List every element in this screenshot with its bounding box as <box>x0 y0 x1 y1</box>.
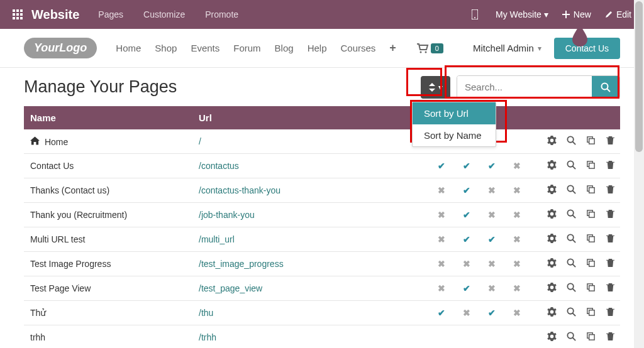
action-delete[interactable] <box>601 129 620 154</box>
svg-rect-20 <box>589 139 594 144</box>
action-settings[interactable] <box>542 227 562 252</box>
action-settings[interactable] <box>542 325 562 349</box>
cell-flag4: ✖ <box>504 203 530 227</box>
action-delete[interactable] <box>601 276 620 301</box>
dropdown-sort-name[interactable]: Sort by Name <box>413 124 496 146</box>
topbar: Website Pages Customize Promote My Websi… <box>0 0 644 29</box>
search-input[interactable] <box>457 76 592 98</box>
cell-flag4 <box>504 129 530 154</box>
action-copy[interactable] <box>581 154 601 178</box>
svg-rect-24 <box>589 163 594 168</box>
nav-pages[interactable]: Pages <box>98 9 123 19</box>
action-search[interactable] <box>562 203 581 227</box>
action-search[interactable] <box>562 301 581 325</box>
nav2-events[interactable]: Events <box>191 43 219 53</box>
action-settings[interactable] <box>542 301 562 325</box>
home-icon <box>30 137 40 147</box>
action-search[interactable] <box>562 227 581 252</box>
action-search[interactable] <box>562 154 581 178</box>
action-copy[interactable] <box>581 252 601 276</box>
logo-text: YourLogo <box>34 41 87 54</box>
action-search[interactable] <box>562 129 581 154</box>
action-copy[interactable] <box>581 276 601 301</box>
dropdown-sort-url[interactable]: Sort by Url <box>413 102 496 124</box>
cell-url[interactable]: /job-thank-you <box>194 203 429 227</box>
cell-flag1: ✖ <box>429 203 454 227</box>
svg-line-18 <box>572 141 575 144</box>
action-copy[interactable] <box>581 301 601 325</box>
action-delete[interactable] <box>601 325 620 349</box>
action-copy[interactable] <box>581 178 601 203</box>
cell-flag3 <box>479 325 504 349</box>
check-icon: ✔ <box>438 161 445 171</box>
nav2-home[interactable]: Home <box>116 43 141 53</box>
cell-name: Thank you (Recruitment) <box>24 203 194 227</box>
logo[interactable]: YourLogo <box>24 38 97 58</box>
new-button[interactable]: New <box>562 9 591 19</box>
sort-button[interactable]: ▾ <box>421 76 450 99</box>
cell-url[interactable]: / <box>194 129 429 154</box>
action-search[interactable] <box>562 178 581 203</box>
svg-rect-0 <box>13 9 15 12</box>
action-search[interactable] <box>562 252 581 276</box>
action-settings[interactable] <box>542 203 562 227</box>
check-icon: ✔ <box>488 234 496 244</box>
svg-line-50 <box>572 337 575 340</box>
scrollbar-thumb[interactable] <box>635 1 643 152</box>
cart-button[interactable]: 0 <box>416 43 443 53</box>
cell-url[interactable]: /multi_url <box>194 227 429 252</box>
search-button[interactable] <box>592 76 619 98</box>
table-row: Home / <box>24 129 620 154</box>
svg-rect-52 <box>589 335 594 340</box>
water-drop-icon[interactable] <box>571 25 589 48</box>
action-delete[interactable] <box>601 252 620 276</box>
cross-icon: ✖ <box>488 259 496 269</box>
action-settings[interactable] <box>542 154 562 178</box>
action-settings[interactable] <box>542 276 562 301</box>
svg-line-16 <box>607 89 610 92</box>
action-delete[interactable] <box>601 301 620 325</box>
nav2-shop[interactable]: Shop <box>155 43 177 53</box>
action-search[interactable] <box>562 276 581 301</box>
cross-icon: ✖ <box>463 259 470 269</box>
scrollbar-track[interactable] <box>634 0 644 348</box>
add-menu-icon[interactable]: + <box>389 41 396 55</box>
cell-flag4: ✖ <box>504 154 530 178</box>
action-delete[interactable] <box>601 203 620 227</box>
cell-url[interactable]: /contactus-thank-you <box>194 178 429 203</box>
th-url: Url <box>194 106 429 129</box>
cell-url[interactable]: /thu <box>194 301 429 325</box>
action-delete[interactable] <box>601 227 620 252</box>
cross-icon: ✖ <box>488 210 496 220</box>
mobile-preview-icon[interactable] <box>472 9 482 19</box>
caret-down-icon: ▾ <box>538 44 541 53</box>
action-settings[interactable] <box>542 129 562 154</box>
edit-button[interactable]: Edit <box>605 9 631 19</box>
nav2-forum[interactable]: Forum <box>233 43 260 53</box>
nav2-help[interactable]: Help <box>308 43 327 53</box>
cell-url[interactable]: /test_image_progress <box>194 252 429 276</box>
cell-url[interactable]: /test_page_view <box>194 276 429 301</box>
nav-customize[interactable]: Customize <box>143 9 185 19</box>
action-copy[interactable] <box>581 325 601 349</box>
user-menu[interactable]: Mitchell Admin ▾ <box>473 43 541 53</box>
cell-url[interactable]: /trhh <box>194 325 429 349</box>
action-copy[interactable] <box>581 203 601 227</box>
action-delete[interactable] <box>601 178 620 203</box>
nav2-blog[interactable]: Blog <box>275 43 294 53</box>
action-copy[interactable] <box>581 227 601 252</box>
table-row: Test Image Progress /test_image_progress… <box>24 252 620 276</box>
action-delete[interactable] <box>601 154 620 178</box>
svg-rect-3 <box>13 13 15 16</box>
website-selector[interactable]: My Website ▾ <box>496 9 548 19</box>
cell-url[interactable]: /contactus <box>194 154 429 178</box>
action-settings[interactable] <box>542 178 562 203</box>
check-icon: ✔ <box>438 308 445 318</box>
action-copy[interactable] <box>581 129 601 154</box>
action-settings[interactable] <box>542 252 562 276</box>
nav-promote[interactable]: Promote <box>205 9 238 19</box>
apps-icon[interactable] <box>13 9 23 19</box>
cross-icon: ✖ <box>513 161 521 171</box>
nav2-courses[interactable]: Courses <box>340 43 375 53</box>
action-search[interactable] <box>562 325 581 349</box>
